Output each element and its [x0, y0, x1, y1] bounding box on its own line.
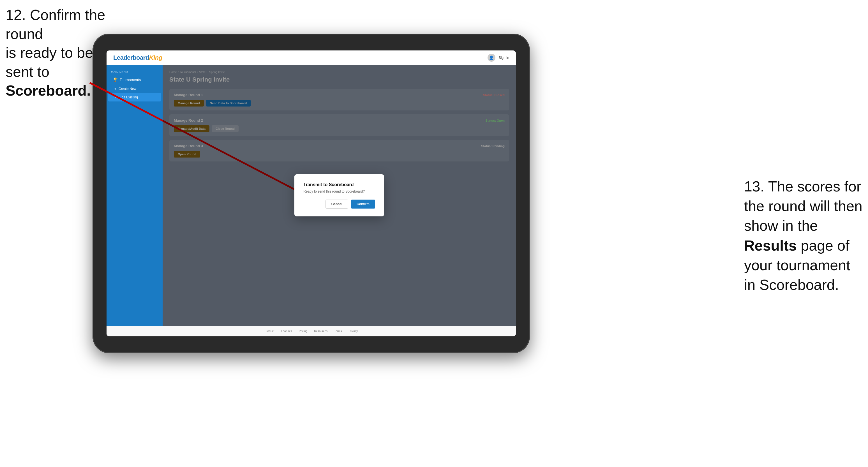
modal-confirm-button[interactable]: Confirm — [351, 199, 375, 209]
nav-right: 👤 Sign In — [488, 54, 509, 62]
annotation-top: 12. Confirm the round is ready to be sen… — [6, 6, 118, 100]
sidebar: MAIN MENU 🏆 Tournaments + Create New ✎ E… — [106, 65, 163, 326]
annotation-line3: Scoreboard. — [6, 83, 91, 99]
modal-buttons: Cancel Confirm — [303, 199, 375, 209]
logo: LeaderboardKing — [113, 54, 162, 61]
page-content: Home / Tournaments / State U Spring Invi… — [163, 65, 516, 326]
footer: Product Features Pricing Resources Terms… — [106, 326, 516, 336]
annotation-line1: 12. Confirm the round — [6, 7, 105, 42]
transmit-modal: Transmit to Scoreboard Ready to send thi… — [294, 174, 384, 216]
footer-product[interactable]: Product — [265, 330, 274, 333]
modal-subtitle: Ready to send this round to Scoreboard? — [303, 189, 375, 193]
create-new-label: Create New — [119, 87, 136, 91]
annotation-line2: is ready to be sent to — [6, 44, 93, 80]
user-icon: 👤 — [488, 54, 495, 62]
footer-pricing[interactable]: Pricing — [299, 330, 308, 333]
footer-resources[interactable]: Resources — [314, 330, 328, 333]
edit-existing-label: Edit Existing — [119, 95, 138, 99]
top-nav: LeaderboardKing 👤 Sign In — [106, 51, 516, 65]
logo-part1: Leaderboard — [113, 54, 149, 61]
sidebar-tournaments-label: Tournaments — [120, 77, 141, 82]
footer-terms[interactable]: Terms — [334, 330, 342, 333]
annotation-bottom-text: 13. The scores forthe round will thensho… — [744, 178, 862, 293]
footer-privacy[interactable]: Privacy — [348, 330, 358, 333]
tablet-shell: LeaderboardKing 👤 Sign In MAIN MENU 🏆 To… — [93, 34, 530, 353]
footer-features[interactable]: Features — [281, 330, 292, 333]
modal-cancel-button[interactable]: Cancel — [326, 199, 348, 209]
modal-overlay: Transmit to Scoreboard Ready to send thi… — [163, 65, 516, 326]
tablet-screen: LeaderboardKing 👤 Sign In MAIN MENU 🏆 To… — [106, 51, 516, 336]
signin-button[interactable]: Sign In — [499, 56, 509, 60]
logo-area: LeaderboardKing — [113, 54, 162, 61]
logo-part2: King — [149, 54, 162, 61]
annotation-bottom: 13. The scores forthe round will thensho… — [744, 177, 862, 294]
modal-title: Transmit to Scoreboard — [303, 182, 375, 187]
main-content: MAIN MENU 🏆 Tournaments + Create New ✎ E… — [106, 65, 516, 326]
